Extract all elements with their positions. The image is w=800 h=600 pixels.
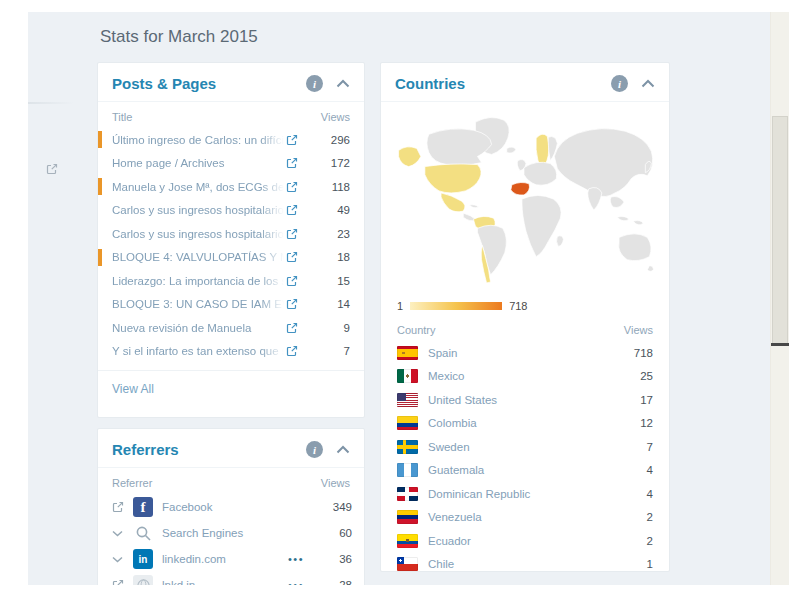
chevron-down-icon[interactable] <box>110 530 125 537</box>
views-value: 25 <box>640 370 653 382</box>
map-region-spain <box>511 183 530 196</box>
referrer-link[interactable]: lnkd.in <box>162 579 288 585</box>
vertical-scrollbar[interactable] <box>770 12 789 585</box>
external-link-icon[interactable] <box>286 345 298 357</box>
country-name: Venezuela <box>428 511 647 523</box>
post-table-row: BLOQUE 4: VALVULOPATÍAS Y MIO 18 <box>98 246 364 270</box>
post-title-link[interactable]: Manuela y Jose Mª, dos ECGs de h <box>112 181 286 193</box>
chevron-up-icon[interactable] <box>641 79 655 88</box>
post-table-row: BLOQUE 3: UN CASO DE IAM EVOL 14 <box>98 293 364 317</box>
country-table-row: Ecuador 2 <box>381 529 669 553</box>
column-views-label: Views <box>624 324 653 336</box>
external-link-icon[interactable] <box>110 579 125 585</box>
map-region-usa <box>425 164 481 193</box>
views-value: 7 <box>647 441 653 453</box>
external-link-icon[interactable] <box>286 298 298 310</box>
post-title-link[interactable]: Carlos y sus ingresos hospitalarios <box>112 228 286 240</box>
country-name: Spain <box>428 347 634 359</box>
chevron-down-icon[interactable] <box>110 556 125 563</box>
more-options-icon[interactable] <box>288 579 304 585</box>
chevron-up-icon[interactable] <box>336 79 350 88</box>
column-country-label: Country <box>397 324 436 336</box>
left-margin-divider <box>28 102 74 104</box>
post-title-link[interactable]: Nueva revisión de Manuela <box>112 322 286 334</box>
map-region-iceland <box>507 147 516 153</box>
globe-icon <box>133 575 153 585</box>
post-table-row: Home page / Archives 172 <box>98 152 364 176</box>
flag-es-icon <box>397 346 418 360</box>
post-title-link[interactable]: Carlos y sus ingresos hospitalarios <box>112 204 286 216</box>
views-value: 9 <box>298 322 350 334</box>
post-table-row: Y si el infarto es tan extenso que s 7 <box>98 340 364 364</box>
post-title-link[interactable]: BLOQUE 4: VALVULOPATÍAS Y MIO <box>112 251 286 263</box>
column-title-label: Title <box>112 111 132 123</box>
scale-gradient-bar <box>410 302 502 310</box>
map-region-new-zealand <box>647 266 653 272</box>
external-link-icon[interactable] <box>110 501 125 513</box>
views-value: 4 <box>647 488 653 500</box>
referrer-link[interactable]: Search Engines <box>162 527 288 539</box>
country-table-row: Sweden 7 <box>381 435 669 459</box>
more-options-icon[interactable] <box>288 553 304 565</box>
referrer-link[interactable]: Facebook <box>162 501 288 513</box>
map-region-europe <box>524 162 557 185</box>
country-name: Dominican Republic <box>428 488 647 500</box>
views-value: 23 <box>298 228 350 240</box>
linkedin-icon <box>133 549 153 569</box>
stats-content-area: Stats for March 2015 Posts & Pages Title… <box>28 12 770 585</box>
world-map <box>381 102 669 294</box>
flag-us-icon <box>397 393 418 407</box>
external-link-icon[interactable] <box>286 251 298 263</box>
post-table-row: Carlos y sus ingresos hospitalarios 23 <box>98 222 364 246</box>
map-region-africa <box>522 195 561 256</box>
views-value: 7 <box>298 345 350 357</box>
country-name: United States <box>428 394 640 406</box>
external-link-icon[interactable] <box>286 322 298 334</box>
referrers-column-headers: Referrer Views <box>98 468 364 494</box>
external-link-icon[interactable] <box>286 134 298 146</box>
external-link-icon[interactable] <box>286 275 298 287</box>
referrers-panel-header: Referrers <box>98 429 364 468</box>
chevron-up-icon[interactable] <box>336 445 350 454</box>
post-title-link[interactable]: Y si el infarto es tan extenso que s <box>112 345 286 357</box>
views-value: 349 <box>320 501 352 513</box>
external-link-icon[interactable] <box>286 181 298 193</box>
flag-ec-icon <box>397 534 418 548</box>
info-icon[interactable] <box>611 75 628 92</box>
map-region-indonesia-east <box>633 221 643 225</box>
external-link-icon[interactable] <box>46 161 58 179</box>
views-value: 36 <box>320 553 352 565</box>
post-title-link[interactable]: Liderazgo: La importancia de los s <box>112 275 286 287</box>
countries-panel-header: Countries <box>381 63 669 102</box>
views-value: 18 <box>298 251 350 263</box>
referrer-link[interactable]: linkedin.com <box>162 553 288 565</box>
external-link-icon[interactable] <box>286 204 298 216</box>
flag-se-icon <box>397 440 418 454</box>
referrer-table-row: lnkd.in 28 <box>98 572 364 585</box>
info-icon[interactable] <box>306 441 323 458</box>
country-name: Colombia <box>428 417 640 429</box>
scrollbar-dark-line <box>771 343 789 346</box>
view-all-link[interactable]: View All <box>98 370 364 407</box>
map-color-scale: 1 718 <box>381 294 669 315</box>
scrollbar-thumb[interactable] <box>772 116 788 345</box>
post-table-row: Manuela y Jose Mª, dos ECGs de h 118 <box>98 175 364 199</box>
views-value: 14 <box>298 298 350 310</box>
scale-max-value: 718 <box>509 300 527 312</box>
flag-gt-icon <box>397 463 418 477</box>
flag-co-icon <box>397 416 418 430</box>
info-icon[interactable] <box>306 75 323 92</box>
post-title-link[interactable]: Home page / Archives <box>112 157 286 169</box>
countries-panel-title: Countries <box>395 75 611 92</box>
post-title-link[interactable]: Último ingreso de Carlos: un difícil <box>112 134 286 146</box>
referrer-table-row: Search Engines 60 <box>98 520 364 546</box>
external-link-icon[interactable] <box>286 157 298 169</box>
country-table-row: United States 17 <box>381 388 669 412</box>
views-value: 4 <box>647 464 653 476</box>
post-title-link[interactable]: BLOQUE 3: UN CASO DE IAM EVOL <box>112 298 286 310</box>
country-table-row: Spain 718 <box>381 341 669 365</box>
views-value: 60 <box>320 527 352 539</box>
external-link-icon[interactable] <box>286 228 298 240</box>
country-name: Chile <box>428 558 647 570</box>
map-region-cuba <box>469 205 478 208</box>
